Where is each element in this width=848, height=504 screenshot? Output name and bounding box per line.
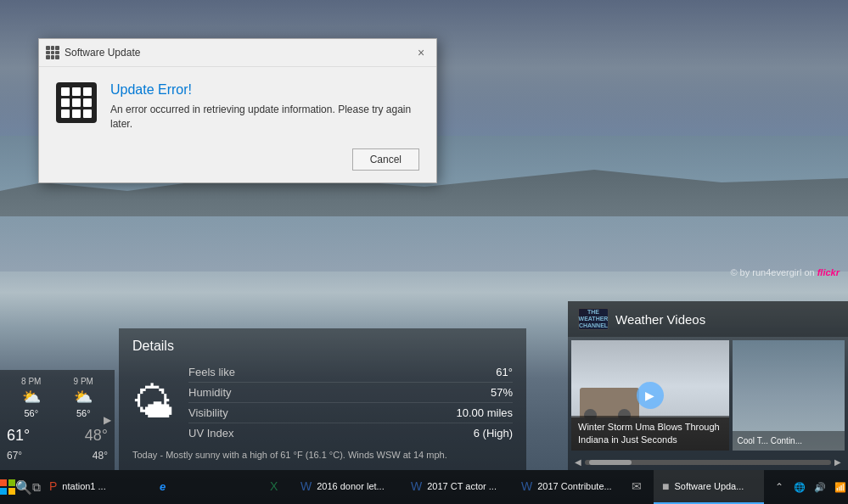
video-thumbnail-main[interactable]: ▶ Winter Storm Uma Blows Through Indiana…	[571, 340, 729, 451]
dialog-titlebar: Software Update ×	[39, 39, 436, 67]
taskbar-app-word-3[interactable]: W 2017 Contribute...	[513, 470, 623, 504]
tray-chevron[interactable]: ⌃	[771, 470, 788, 504]
tray-volume[interactable]: 🔊	[811, 470, 828, 504]
taskbar-app-label: 2017 Contribute...	[537, 481, 611, 491]
weather-widget: 8 PM ⛅ 56° 9 PM ⛅ 56° ▶ 61° 48° 67° 48°	[0, 370, 115, 470]
taskbar-app-label: 2017 CT actor ...	[427, 481, 497, 491]
word-icon-2: W	[411, 479, 422, 493]
weather-hour-9pm: 9 PM ⛅ 56°	[74, 377, 93, 418]
weather-channel-logo: THEWEATHERCHANNEL	[578, 308, 609, 330]
windows-logo-icon	[0, 479, 15, 495]
software-update-icon: ■	[662, 479, 669, 493]
weather-description: Today - Mostly sunny with a high of 61 °…	[132, 450, 513, 460]
dialog-close-button[interactable]: ×	[413, 44, 430, 61]
tray-network[interactable]: 🌐	[791, 470, 808, 504]
taskbar-app-software-update[interactable]: ■ Software Upda...	[654, 470, 764, 504]
search-button[interactable]: 🔍	[15, 470, 32, 504]
scrollbar-right-arrow[interactable]: ▶	[834, 457, 841, 467]
dialog-title-left: Software Update	[46, 46, 140, 59]
weather-details-body: 🌤 Feels like 61° Humidity 57% Visibility…	[132, 362, 513, 443]
task-view-icon: ⧉	[32, 480, 41, 495]
taskbar-app-ie[interactable]: e	[151, 470, 261, 504]
network-icon: 🌐	[794, 482, 806, 493]
weather-visibility: Visibility 10.00 miles	[188, 403, 513, 423]
weather-sun-cloud-icon: 🌤	[132, 378, 175, 428]
weather-videos-header: THEWEATHERCHANNEL Weather Videos	[568, 301, 848, 337]
powerpoint-icon: P	[49, 479, 57, 493]
dialog-footer: Cancel	[39, 143, 436, 182]
weather-humidity: Humidity 57%	[188, 383, 513, 403]
video-truck	[580, 388, 639, 417]
wifi-icon: 📶	[834, 482, 846, 493]
weather-videos-content: ▶ Winter Storm Uma Blows Through Indiana…	[568, 337, 848, 454]
taskbar: 🔍 ⧉ P ntation1 ... e X W 2016 donor let.…	[0, 470, 848, 504]
mail-icon: ✉	[632, 479, 642, 493]
weather-low: 48°	[85, 427, 108, 445]
word-icon-1: W	[300, 479, 312, 493]
taskbar-app-word-2[interactable]: W 2017 CT actor ...	[402, 470, 513, 504]
taskbar-app-label: ntation1 ...	[62, 481, 105, 491]
weather-details-panel: Details 🌤 Feels like 61° Humidity 57% Vi…	[119, 328, 526, 470]
task-view-button[interactable]: ⧉	[32, 470, 41, 504]
weather-videos-scrollbar: ◀ ▶	[568, 454, 848, 470]
scrollbar-left-arrow[interactable]: ◀	[575, 457, 581, 467]
weather-high: 61°	[7, 427, 30, 445]
scrollbar-track	[585, 460, 831, 465]
volume-icon: 🔊	[814, 482, 826, 493]
weather-temps: 61° 48°	[5, 423, 110, 448]
taskbar-apps: P ntation1 ... e X W 2016 donor let... W…	[41, 470, 764, 504]
weather-feels-like: Feels like 61°	[188, 362, 513, 383]
tray-wifi[interactable]: 📶	[832, 470, 848, 504]
weather-scroll-arrow[interactable]: ▶	[104, 414, 111, 426]
weather-hour-8pm: 8 PM ⛅ 56°	[21, 377, 41, 418]
software-update-dialog: Software Update × Update Error! An error…	[38, 38, 437, 183]
excel-icon: X	[270, 479, 278, 493]
weather-detail-rows: Feels like 61° Humidity 57% Visibility 1…	[188, 362, 513, 443]
expand-tray-icon: ⌃	[775, 481, 783, 493]
video-thumbnail-side[interactable]: Cool T... Contin...	[733, 340, 845, 451]
scrollbar-thumb	[589, 460, 632, 465]
search-icon: 🔍	[15, 479, 32, 496]
taskbar-app-label: 2016 donor let...	[317, 481, 385, 491]
dialog-error-message: An error occurred in retrieving update i…	[110, 103, 419, 132]
weather-videos-panel: THEWEATHERCHANNEL Weather Videos ▶ Winte…	[568, 301, 848, 470]
taskbar-app-word-1[interactable]: W 2016 donor let...	[292, 470, 402, 504]
taskbar-app-excel[interactable]: X	[261, 470, 292, 504]
photo-credit: © by run4evergirl on flickr	[730, 267, 840, 277]
video-play-button[interactable]: ▶	[637, 382, 664, 409]
taskbar-app-powerpoint[interactable]: P ntation1 ...	[41, 470, 151, 504]
ie-icon: e	[160, 480, 166, 493]
dialog-cancel-button[interactable]: Cancel	[352, 148, 419, 171]
app-logo	[56, 82, 97, 123]
dialog-body: Update Error! An error occurred in retri…	[39, 67, 436, 143]
weather-videos-title: Weather Videos	[615, 312, 705, 327]
word-icon-3: W	[521, 479, 532, 493]
weather-uv-index: UV Index 6 (High)	[188, 423, 513, 443]
taskbar-app-label: Software Upda...	[674, 481, 744, 491]
app-icon-small	[46, 46, 59, 59]
system-tray: ⌃ 🌐 🔊 📶 🔋 1:51 PM □	[764, 470, 848, 504]
weather-details-title: Details	[132, 339, 513, 354]
dialog-title-text: Software Update	[65, 47, 140, 59]
video-overlay-text: Winter Storm Uma Blows Through Indiana i…	[571, 416, 729, 451]
video-side-overlay: Cool T... Contin...	[733, 431, 845, 451]
start-button[interactable]	[0, 470, 15, 504]
dialog-content: Update Error! An error occurred in retri…	[110, 82, 419, 132]
weather-hours: 8 PM ⛅ 56° 9 PM ⛅ 56° ▶	[5, 377, 110, 418]
weather-daily-row: 67° 48°	[5, 448, 110, 463]
dialog-error-title: Update Error!	[110, 82, 419, 98]
taskbar-app-mail[interactable]: ✉	[623, 470, 654, 504]
